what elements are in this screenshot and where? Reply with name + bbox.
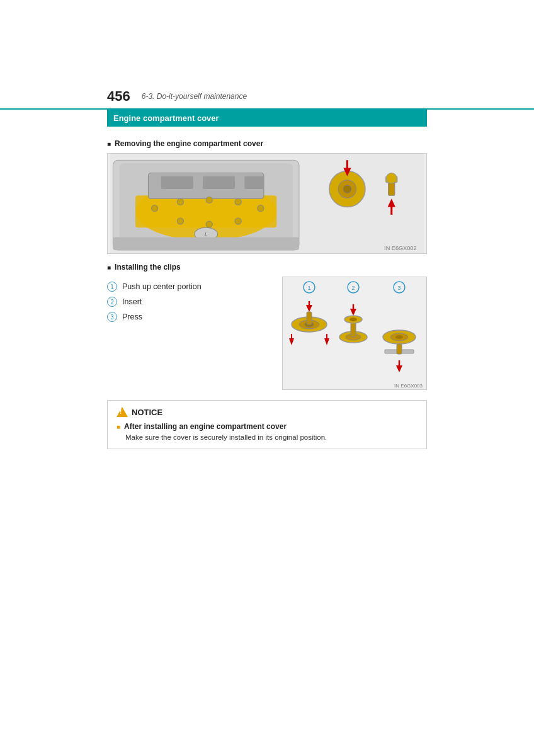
svg-point-14 <box>206 197 212 203</box>
step-2-text: Insert <box>122 297 142 306</box>
svg-point-16 <box>258 205 264 212</box>
step-2: 2 Insert <box>107 297 272 307</box>
svg-point-18 <box>206 221 212 227</box>
clips-steps: 1 Push up center portion 2 Insert 3 Pres… <box>107 277 272 390</box>
svg-text:IN E6GX003: IN E6GX003 <box>394 383 423 389</box>
warning-triangle-icon <box>116 407 128 417</box>
svg-text:3: 3 <box>397 285 401 291</box>
section-bar: Engine compartment cover <box>107 110 427 127</box>
svg-point-17 <box>177 218 183 224</box>
svg-text:2: 2 <box>351 285 355 291</box>
step-3: 3 Press <box>107 312 272 322</box>
svg-rect-6 <box>161 176 193 189</box>
clips-diagram: 1 2 3 <box>282 277 427 390</box>
page-number: 456 <box>107 88 130 105</box>
step-3-text: Press <box>122 312 142 321</box>
svg-rect-7 <box>203 176 235 189</box>
notice-sub-title: After installing an engine compartment c… <box>116 422 418 431</box>
content-area: Removing the engine compartment cover <box>0 127 534 462</box>
step-1: 1 Push up center portion <box>107 282 272 292</box>
engine-diagram-image: L <box>107 153 427 254</box>
svg-rect-11 <box>113 238 299 250</box>
page-container: 456 6-3. Do-it-yourself maintenance Engi… <box>0 0 534 756</box>
notice-header: NOTICE <box>116 407 418 417</box>
step-1-text: Push up center portion <box>122 282 202 291</box>
section-title: 6-3. Do-it-yourself maintenance <box>142 92 247 101</box>
page-header: 456 6-3. Do-it-yourself maintenance <box>0 0 534 110</box>
notice-text: Make sure the cover is securely installe… <box>116 433 418 441</box>
svg-rect-59 <box>397 344 402 354</box>
svg-point-27 <box>387 173 397 183</box>
svg-point-19 <box>235 218 241 224</box>
removing-label: Removing the engine compartment cover <box>107 139 427 148</box>
notice-title: NOTICE <box>132 408 162 417</box>
svg-text:IN E6GX002: IN E6GX002 <box>384 245 416 251</box>
svg-point-13 <box>177 198 183 205</box>
notice-box: NOTICE After installing an engine compar… <box>107 400 427 449</box>
svg-rect-41 <box>307 312 312 324</box>
installing-clips-section: 1 Push up center portion 2 Insert 3 Pres… <box>107 277 427 390</box>
svg-point-15 <box>235 198 241 205</box>
svg-point-52 <box>349 318 357 321</box>
installing-label: Installing the clips <box>107 263 427 272</box>
step-circle-1: 1 <box>107 282 117 292</box>
svg-text:1: 1 <box>307 285 310 291</box>
svg-rect-8 <box>244 176 264 189</box>
step-circle-2: 2 <box>107 297 117 307</box>
svg-point-12 <box>152 205 158 212</box>
svg-point-22 <box>343 185 351 193</box>
svg-rect-26 <box>389 183 395 195</box>
svg-point-58 <box>395 335 403 339</box>
section-bar-title: Engine compartment cover <box>113 113 219 123</box>
step-circle-3: 3 <box>107 312 117 322</box>
svg-text:L: L <box>205 232 208 238</box>
